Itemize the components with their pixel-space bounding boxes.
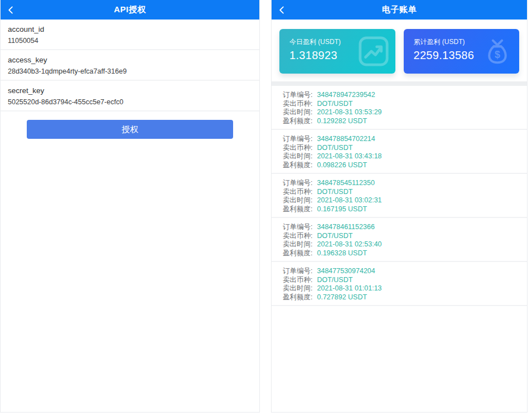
- time-label: 卖出时间:: [283, 240, 312, 249]
- profit-value: 0.196328 USDT: [317, 249, 367, 258]
- bill-screen: 电子账单 今日盈利 (USDT) 1.318923 累计盈利 (USDT) 22…: [271, 0, 528, 413]
- coin-label: 卖出币种:: [283, 188, 312, 197]
- time-value: 2021-08-31 01:01:13: [317, 284, 381, 293]
- access-key-field[interactable]: [8, 67, 252, 75]
- secret-key-label: secret_key: [8, 86, 252, 95]
- time-label: 卖出时间:: [283, 284, 312, 293]
- api-auth-screen: API授权 account_id access_key secret_key 授…: [0, 0, 260, 413]
- account-id-label: account_id: [8, 25, 252, 33]
- order-no-value: 348478854702214: [317, 135, 375, 144]
- coin-value: DOT/USDT: [317, 276, 352, 285]
- profit-value: 0.167195 USDT: [317, 205, 367, 214]
- time-label: 卖出时间:: [283, 152, 312, 161]
- authorize-button-wrap: 授权: [1, 111, 259, 139]
- api-auth-navbar: API授权: [1, 0, 259, 20]
- secret-key-field[interactable]: [8, 98, 252, 106]
- order-no-value: 348477530974204: [317, 267, 375, 276]
- profit-value: 0.098226 USDT: [317, 161, 367, 170]
- order-no-label: 订单编号:: [283, 223, 312, 232]
- svg-text:$: $: [495, 49, 500, 60]
- access-key-label: access_key: [8, 56, 252, 64]
- coin-value: DOT/USDT: [317, 100, 352, 109]
- today-profit-card: 今日盈利 (USDT) 1.318923: [279, 29, 395, 74]
- coin-value: DOT/USDT: [317, 144, 352, 153]
- page-title: API授权: [114, 4, 146, 15]
- coin-value: DOT/USDT: [317, 232, 352, 241]
- order-item: 订单编号:348478545112350 卖出币种:DOT/USDT 卖出时间:…: [272, 174, 527, 218]
- trend-up-icon: [357, 35, 390, 67]
- order-no-label: 订单编号:: [283, 267, 312, 276]
- time-value: 2021-08-31 03:53:29: [317, 108, 381, 117]
- profit-value: 0.129282 USDT: [317, 117, 367, 126]
- time-label: 卖出时间:: [283, 108, 312, 117]
- profit-label: 盈利额度:: [283, 249, 312, 258]
- authorize-button[interactable]: 授权: [27, 120, 233, 139]
- order-no-label: 订单编号:: [283, 91, 312, 100]
- order-no-label: 订单编号:: [283, 135, 312, 144]
- order-item: 订单编号:348478947239542 卖出币种:DOT/USDT 卖出时间:…: [272, 86, 527, 130]
- coin-label: 卖出币种:: [283, 276, 312, 285]
- order-list: 订单编号:348478947239542 卖出币种:DOT/USDT 卖出时间:…: [272, 86, 527, 306]
- order-no-value: 348478461152366: [317, 223, 374, 232]
- time-value: 2021-08-31 03:02:31: [317, 196, 381, 205]
- section-divider: [272, 81, 527, 86]
- dual-screen-stage: API授权 account_id access_key secret_key 授…: [0, 0, 532, 417]
- chevron-left-icon: [277, 5, 287, 15]
- order-no-value: 348478947239542: [317, 91, 375, 100]
- time-value: 2021-08-31 03:43:18: [317, 152, 381, 161]
- field-row-secret-key: secret_key: [1, 81, 259, 111]
- field-row-access-key: access_key: [1, 50, 259, 81]
- profit-value: 0.727892 USDT: [317, 293, 367, 302]
- profit-label: 盈利额度:: [283, 117, 312, 126]
- order-no-value: 348478545112350: [317, 179, 374, 188]
- time-value: 2021-08-31 02:53:40: [317, 240, 381, 249]
- back-button[interactable]: [277, 0, 294, 20]
- field-row-account-id: account_id: [1, 20, 259, 50]
- order-no-label: 订单编号:: [283, 179, 312, 188]
- order-item: 订单编号:348477530974204 卖出币种:DOT/USDT 卖出时间:…: [272, 262, 527, 306]
- coin-value: DOT/USDT: [317, 188, 352, 197]
- coin-label: 卖出币种:: [283, 100, 312, 109]
- summary-cards: 今日盈利 (USDT) 1.318923 累计盈利 (USDT) 2259.13…: [272, 20, 527, 81]
- account-id-field[interactable]: [8, 37, 252, 45]
- profit-label: 盈利额度:: [283, 161, 312, 170]
- chevron-left-icon: [6, 5, 16, 15]
- coin-label: 卖出币种:: [283, 232, 312, 241]
- order-item: 订单编号:348478461152366 卖出币种:DOT/USDT 卖出时间:…: [272, 218, 527, 262]
- total-profit-card: 累计盈利 (USDT) 2259.13586 $: [404, 29, 520, 74]
- page-title: 电子账单: [382, 4, 417, 15]
- profit-label: 盈利额度:: [283, 293, 312, 302]
- money-bag-icon: $: [481, 35, 514, 67]
- time-label: 卖出时间:: [283, 196, 312, 205]
- order-item: 订单编号:348478854702214 卖出币种:DOT/USDT 卖出时间:…: [272, 130, 527, 174]
- bill-navbar: 电子账单: [272, 0, 527, 20]
- back-button[interactable]: [6, 0, 23, 20]
- profit-label: 盈利额度:: [283, 205, 312, 214]
- coin-label: 卖出币种:: [283, 144, 312, 153]
